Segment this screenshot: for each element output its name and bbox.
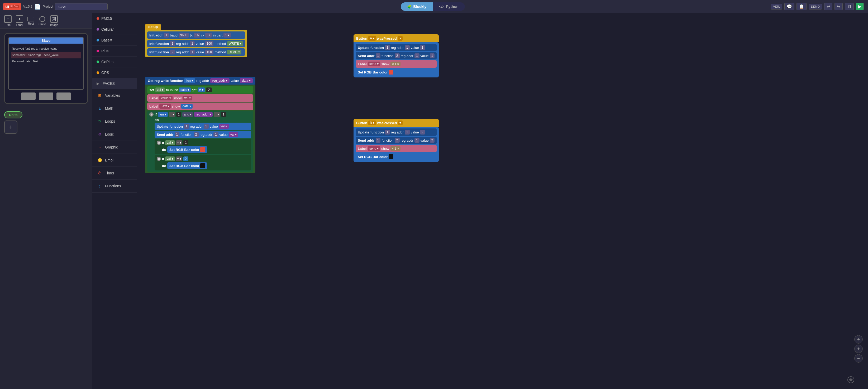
btn-b-body: Update function 1 reg addr 1 value 2 Sen… xyxy=(353,127,439,162)
main-canvas[interactable]: Setup Init addr 1 baud 9600 tx 16 rx 17 … xyxy=(137,13,868,389)
btn-a-send-dropdown: send ▾ xyxy=(368,62,380,66)
cat-pm25[interactable]: PM2.5 xyxy=(92,13,137,24)
send-val-dropdown: val ▾ xyxy=(229,132,239,137)
device-btn-left[interactable] xyxy=(21,92,36,100)
get-reg-header: Get reg write function fun ▾ reg addr re… xyxy=(145,77,255,85)
doc-button[interactable]: 📋 xyxy=(797,3,807,10)
device-btn-right[interactable] xyxy=(57,92,71,100)
btn-a-reg-addr-val: 1 xyxy=(405,45,410,50)
widget-circle[interactable]: Circle xyxy=(38,16,46,26)
update-val-dropdown: val ▾ xyxy=(219,124,229,129)
rect-icon xyxy=(27,17,34,21)
cat-variables[interactable]: ⊞ Variables xyxy=(92,89,137,102)
was-pressed-label-b: wasPressed xyxy=(377,121,397,125)
cat-loops[interactable]: ↻ Loops xyxy=(92,115,137,128)
cat-cellular-label: Cellular xyxy=(101,27,114,31)
cat-functions-label: Functions xyxy=(105,184,121,188)
red-color-swatch xyxy=(200,147,205,152)
setup-group: Setup Init addr 1 baud 9600 tx 16 rx 17 … xyxy=(145,24,247,57)
btn-b-func-num: 1 xyxy=(385,130,390,135)
cat-functions[interactable]: ∑ Functions xyxy=(92,180,137,193)
cat-graphic[interactable]: ~ Graphic xyxy=(92,141,137,154)
cat-gps-dot xyxy=(97,71,99,74)
widget-label[interactable]: A Label xyxy=(16,15,23,26)
eq-dropdown1: = ▾ xyxy=(169,112,175,117)
monitor-button[interactable]: 🖥 xyxy=(845,3,854,10)
init-func-write-block: Init function 1 reg addr 1 value 100 met… xyxy=(147,40,245,47)
btn-b-header: Button B ▾ wasPressed ▾ xyxy=(353,119,439,127)
cat-variables-label: Variables xyxy=(105,93,120,98)
send-value-kw: value xyxy=(219,133,228,137)
label-kw1: Label xyxy=(149,96,158,100)
circle-icon xyxy=(39,16,45,22)
set-rgb-black-block: Set RGB Bar color xyxy=(167,162,207,169)
tab-python[interactable]: </> Python xyxy=(433,2,465,11)
btn-b-func-kw: function xyxy=(381,138,394,142)
cat-pm25-label: PM2.5 xyxy=(101,17,112,21)
widget-title[interactable]: T Title xyxy=(4,15,11,26)
undo-button[interactable]: ↩ xyxy=(824,3,832,10)
btn-a-quoted-val: « 1 » xyxy=(391,62,401,66)
setup-label: Setup xyxy=(145,24,161,30)
label-kw2: Label xyxy=(149,104,158,108)
chat-button[interactable]: 💬 xyxy=(784,3,795,10)
btn-b-rgb-black: Set RGB Bar color xyxy=(355,153,437,160)
tab-blockly[interactable]: 🧩 Blockly xyxy=(401,2,433,11)
val-dropdown2: val ▾ xyxy=(165,140,175,145)
demo-button[interactable]: DEMO xyxy=(809,4,822,9)
widget-image[interactable]: 🖼 Image xyxy=(50,15,58,26)
was-pressed-label-a: wasPressed xyxy=(377,36,397,40)
reg-addr-label2: reg addr xyxy=(176,50,189,54)
cat-basex[interactable]: BaseX xyxy=(92,35,137,46)
to-kw: to xyxy=(166,88,169,92)
cat-loops-label: Loops xyxy=(105,119,115,123)
run-button[interactable]: ▶ xyxy=(856,3,864,10)
cat-plus[interactable]: Plus xyxy=(92,46,137,57)
do-kw1: do xyxy=(155,118,159,122)
init-addr-label: Init addr xyxy=(149,33,163,37)
do-block-1: do Update function 1 reg addr 1 value va… xyxy=(155,118,251,170)
device-btn-mid[interactable] xyxy=(39,92,53,100)
btn-a-pressed-dropdown: ▾ xyxy=(398,36,403,41)
send-reg-addr-val: 1 xyxy=(213,132,218,137)
code-icon: </> xyxy=(439,4,444,9)
btn-a-value-kw: value xyxy=(411,46,419,50)
cat-goplus[interactable]: GoPlus xyxy=(92,57,137,67)
add-unit-button[interactable]: + xyxy=(4,120,18,134)
btn-b-value-kw: value xyxy=(411,130,419,134)
cat-cellular-dot xyxy=(97,28,99,31)
label-text-dropdown: Text ▾ xyxy=(159,104,171,109)
device-screen: Slave Received fun1 reg1: receive_value … xyxy=(8,37,84,90)
btn-a-header: Button A ▾ wasPressed ▾ xyxy=(353,34,439,42)
bottom-logo xyxy=(847,376,863,384)
ver-button[interactable]: VER. xyxy=(771,4,782,9)
value-label2: value xyxy=(196,50,204,54)
btn-b-update-func: Update function 1 reg addr 1 value 2 xyxy=(355,129,437,136)
cat-cellular[interactable]: Cellular xyxy=(92,24,137,35)
uart-val: 1 ▾ xyxy=(223,33,231,37)
send-addr-block: Send addr 1 function 2 reg addr 1 value … xyxy=(155,131,251,138)
cat-faces[interactable]: ▶ FACES xyxy=(92,78,137,89)
cat-math[interactable]: ± Math xyxy=(92,102,137,115)
zoom-controls: ⊕ + − xyxy=(854,335,863,363)
btn-a-send-label: Send addr xyxy=(358,54,375,58)
cat-logic[interactable]: ⚙ Logic xyxy=(92,128,137,141)
cat-gps[interactable]: GPS xyxy=(92,67,137,78)
zoom-out-button[interactable]: − xyxy=(854,354,863,363)
cat-timer[interactable]: ⏱ Timer xyxy=(92,167,137,180)
cat-emoji[interactable]: 😊 Emoji xyxy=(92,154,137,167)
btn-a-send-reg-kw: reg addr xyxy=(401,54,413,58)
widget-circle-label: Circle xyxy=(38,23,46,26)
logo-icon: ui FLOW xyxy=(3,3,21,10)
zoom-reset-button[interactable]: ⊕ xyxy=(854,335,863,343)
val-dropdown: val ▾ xyxy=(155,87,165,92)
init-func-write-label: Init function xyxy=(149,42,169,46)
if-nested-1: ⚙ if val ▾ = ▾ 1 do Set RGB Bar color xyxy=(155,139,251,154)
button-a-label: Button xyxy=(356,36,367,40)
cat-logic-label: Logic xyxy=(105,132,114,136)
zoom-in-button[interactable]: + xyxy=(854,344,863,353)
redo-button[interactable]: ↪ xyxy=(835,3,843,10)
addr-val: 1 xyxy=(164,33,169,37)
widget-label-label: Label xyxy=(16,23,23,26)
widget-rect[interactable]: Rect xyxy=(27,17,34,25)
